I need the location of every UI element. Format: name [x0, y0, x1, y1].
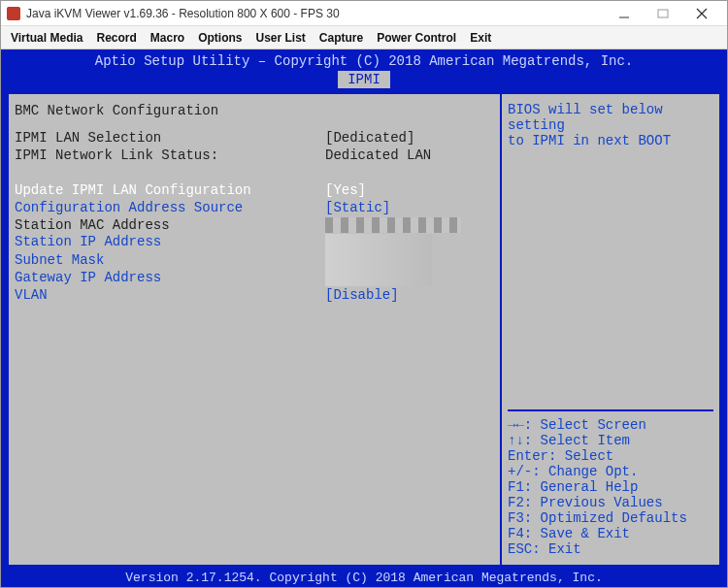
help-line2: to IPMI in next BOOT [508, 133, 713, 148]
setting-value: [Yes] [325, 182, 366, 198]
key-select-screen: →←: Select Screen [508, 417, 713, 433]
key-optimized-defaults: F3: Optimized Defaults [508, 510, 713, 526]
setting-label: IPMI LAN Selection [15, 130, 325, 146]
setting-label: Update IPMI LAN Configuration [15, 182, 325, 198]
setting-ipmi-link-status: IPMI Network Link Status: Dedicated LAN [15, 147, 494, 164]
minimize-button[interactable] [605, 1, 644, 26]
menu-power-control[interactable]: Power Control [377, 31, 456, 45]
menu-user-list[interactable]: User List [255, 31, 305, 45]
setting-station-mac: Station MAC Address [15, 216, 494, 234]
close-button[interactable] [682, 1, 721, 26]
setting-update-ipmi-lan[interactable]: Update IPMI LAN Configuration [Yes] [15, 181, 494, 199]
section-title-text: BMC Network Configuration [15, 103, 218, 118]
setting-value: [Dedicated] [325, 130, 414, 146]
setting-label: Station MAC Address [15, 217, 325, 233]
app-menubar: Virtual Media Record Macro Options User … [1, 26, 727, 49]
tab-ipmi[interactable]: IPMI [338, 71, 390, 88]
window-titlebar: Java iKVM Viewer v1.69.36 - Resolution 8… [1, 1, 727, 26]
menu-options[interactable]: Options [198, 31, 242, 45]
key-general-help: F1: General Help [508, 479, 713, 495]
setting-value: [Disable] [325, 287, 399, 303]
setting-label: Station IP Address [15, 234, 325, 249]
setting-value: Dedicated LAN [325, 147, 431, 163]
bios-left-pane[interactable]: BMC Network Configuration IPMI LAN Selec… [9, 94, 502, 565]
bios-screen: Aptio Setup Utility – Copyright (C) 2018… [1, 49, 727, 587]
key-save-exit: F4: Save & Exit [508, 526, 713, 541]
redacted-block [325, 234, 432, 286]
java-icon [7, 7, 20, 20]
setting-ipmi-lan-selection[interactable]: IPMI LAN Selection [Dedicated] [15, 129, 494, 147]
bios-footer: Version 2.17.1254. Copyright (C) 2018 Am… [1, 569, 727, 587]
menu-macro[interactable]: Macro [150, 31, 184, 45]
bios-key-legend: →←: Select Screen ↑↓: Select Item Enter:… [508, 409, 713, 557]
menu-exit[interactable]: Exit [470, 31, 491, 45]
key-select-item: ↑↓: Select Item [508, 433, 713, 448]
key-change-opt: +/-: Change Opt. [508, 464, 713, 479]
setting-label: Configuration Address Source [15, 200, 325, 215]
key-previous-values: F2: Previous Values [508, 495, 713, 510]
setting-config-addr-source[interactable]: Configuration Address Source [Static] [15, 199, 494, 216]
window-title: Java iKVM Viewer v1.69.36 - Resolution 8… [26, 7, 340, 20]
setting-vlan[interactable]: VLAN [Disable] [15, 286, 494, 304]
bios-panels: BMC Network Configuration IPMI LAN Selec… [7, 92, 721, 567]
maximize-button[interactable] [644, 1, 682, 26]
section-title: BMC Network Configuration [15, 102, 494, 119]
menu-capture[interactable]: Capture [319, 31, 363, 45]
setting-station-ip[interactable]: Station IP Address [15, 234, 494, 251]
key-esc-exit: ESC: Exit [508, 541, 713, 557]
bios-tab-row: IPMI [1, 71, 727, 88]
setting-label: IPMI Network Link Status: [15, 147, 325, 163]
blank-row [15, 164, 494, 181]
setting-label: VLAN [15, 287, 325, 303]
setting-value: [Static] [325, 200, 390, 215]
menu-virtual-media[interactable]: Virtual Media [11, 31, 83, 45]
help-line1: BIOS will set below setting [508, 102, 713, 133]
key-enter: Enter: Select [508, 448, 713, 464]
menu-record[interactable]: Record [96, 31, 136, 45]
setting-label: Subnet Mask [15, 252, 325, 268]
ikvm-window: Java iKVM Viewer v1.69.36 - Resolution 8… [0, 0, 728, 588]
bios-help-text: BIOS will set below setting to IPMI in n… [508, 102, 713, 148]
setting-label: Gateway IP Address [15, 270, 325, 285]
redacted-mac [325, 217, 461, 233]
bios-header: Aptio Setup Utility – Copyright (C) 2018… [1, 49, 727, 69]
svg-rect-1 [658, 10, 668, 17]
bios-right-pane: BIOS will set below setting to IPMI in n… [502, 94, 719, 565]
